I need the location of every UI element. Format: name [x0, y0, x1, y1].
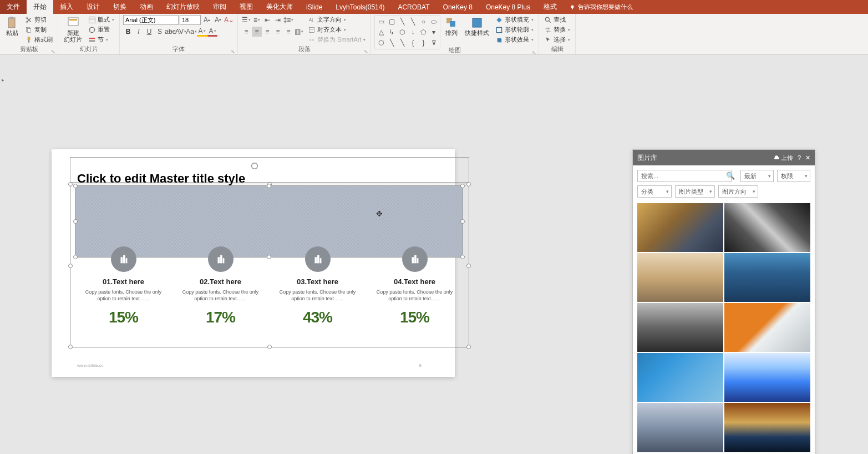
imgtype-dropdown[interactable]: 图片类型 — [675, 185, 715, 198]
numbering-button[interactable]: ≡▾ — [252, 15, 262, 25]
font-size-select[interactable] — [180, 15, 201, 25]
tab-view[interactable]: 视图 — [233, 0, 260, 14]
paste-button[interactable]: 粘贴 — [3, 15, 21, 37]
arrange-button[interactable]: 排列 — [443, 15, 460, 37]
spacing-button[interactable]: AV▾ — [176, 27, 186, 37]
layout-button[interactable]: 版式▾ — [87, 15, 116, 24]
increase-font-button[interactable]: A▴ — [202, 15, 212, 25]
bold-button[interactable]: B — [123, 27, 133, 37]
shape-rect2-icon[interactable]: ▢ — [387, 17, 397, 27]
handle-tr[interactable] — [466, 182, 471, 186]
tab-onekey8[interactable]: OneKey 8 — [436, 0, 479, 14]
decrease-font-button[interactable]: A▾ — [213, 15, 223, 25]
section-button[interactable]: 节▾ — [87, 35, 116, 44]
reset-button[interactable]: 重置 — [87, 25, 116, 34]
upload-button[interactable]: 上传 — [773, 154, 793, 162]
tab-slideshow[interactable]: 幻灯片放映 — [160, 0, 206, 14]
align-left-button[interactable]: ≡ — [241, 27, 251, 37]
stat-column-2[interactable]: 02.Text here Copy paste fonts. Choose th… — [175, 246, 266, 326]
orientation-dropdown[interactable]: 图片方向 — [718, 185, 758, 198]
strikethrough-button[interactable]: abc — [165, 27, 175, 37]
tab-islide[interactable]: iSlide — [300, 0, 329, 14]
shape-fill-button[interactable]: 形状填充▾ — [494, 15, 535, 24]
shapes-gallery[interactable]: ▭ ▢ ╲ ╲ ○ ⬭ △ ↳ ⬡ ↓ ⬠ ▾ ⬡ ╲ — [374, 15, 440, 49]
decrease-indent-button[interactable]: ⇤ — [262, 15, 272, 25]
shape-rect-icon[interactable]: ▭ — [376, 17, 386, 27]
tab-beautify[interactable]: 美化大师 — [260, 0, 300, 14]
license-dropdown[interactable]: 权限 — [777, 170, 810, 182]
img-handle-ml[interactable] — [73, 219, 78, 224]
handle-bc[interactable] — [267, 345, 272, 349]
copy-button[interactable]: 复制 — [23, 25, 54, 34]
tab-insert[interactable]: 插入 — [53, 0, 80, 14]
replace-button[interactable]: 替换▾ — [542, 25, 572, 34]
new-slide-button[interactable]: 新建 幻灯片 — [62, 15, 84, 44]
shadow-button[interactable]: S — [155, 27, 165, 37]
cut-button[interactable]: 剪切 — [23, 15, 54, 24]
thumbnail-7[interactable] — [637, 353, 723, 402]
shape-star-icon[interactable]: ⬠ — [418, 27, 428, 37]
distribute-button[interactable]: ≡ — [283, 27, 293, 37]
columns-button[interactable]: ▥▾ — [294, 27, 304, 37]
shape-line2-icon[interactable]: ╲ — [408, 17, 418, 27]
shape-arrow-icon[interactable]: △ — [376, 27, 386, 37]
text-direction-button[interactable]: A文字方向▾ — [306, 15, 367, 24]
thumbnail-9[interactable] — [637, 403, 723, 452]
category-dropdown[interactable]: 分类 — [637, 185, 672, 198]
clear-format-button[interactable]: A⌄ — [224, 15, 234, 25]
thumbnail-2[interactable] — [724, 203, 810, 252]
tab-acrobat[interactable]: ACROBAT — [391, 0, 436, 14]
font-name-select[interactable] — [123, 15, 179, 25]
handle-bl[interactable] — [68, 345, 73, 349]
align-right-button[interactable]: ≡ — [262, 27, 272, 37]
handle-ml[interactable] — [68, 264, 73, 268]
thumbnail-6[interactable] — [724, 303, 810, 352]
font-expand-icon[interactable]: ⤡ — [231, 49, 235, 54]
tell-me-hint[interactable]: 告诉我你想要做什么 — [569, 3, 633, 11]
select-button[interactable]: 选择▾ — [542, 35, 572, 44]
align-center-button[interactable]: ≡ — [252, 27, 262, 37]
tab-animation[interactable]: 动画 — [133, 0, 160, 14]
tab-format[interactable]: 格式 — [537, 0, 564, 14]
thumbnail-4[interactable] — [724, 253, 810, 302]
handle-br[interactable] — [466, 345, 471, 349]
tab-design[interactable]: 设计 — [80, 0, 106, 14]
shape-line-icon[interactable]: ╲ — [397, 17, 407, 27]
tab-home[interactable]: 开始 — [27, 0, 53, 14]
thumbnail-5[interactable] — [637, 303, 723, 352]
italic-button[interactable]: I — [134, 27, 144, 37]
paragraph-expand-icon[interactable]: ⤡ — [364, 49, 368, 54]
shape-arrow3-icon[interactable]: ⬡ — [397, 27, 407, 37]
search-input[interactable] — [637, 170, 732, 182]
tab-file[interactable]: 文件 — [0, 0, 27, 14]
thumbnail-3[interactable] — [637, 253, 723, 302]
slide-canvas[interactable]: Click to edit Master title style ✥ — [52, 149, 455, 377]
highlight-button[interactable]: A▾ — [197, 27, 207, 37]
format-painter-button[interactable]: 格式刷 — [23, 35, 54, 44]
thumbnail-10[interactable] — [724, 403, 810, 452]
img-handle-tl[interactable] — [73, 184, 78, 188]
find-button[interactable]: 查找 — [542, 15, 572, 24]
thumbnail-8[interactable] — [724, 353, 810, 402]
thumbnail-1[interactable] — [637, 203, 723, 252]
tab-transition[interactable]: 切换 — [106, 0, 133, 14]
clipboard-expand-icon[interactable]: ⤡ — [51, 49, 55, 54]
shape-effects-button[interactable]: 形状效果▾ — [494, 35, 535, 44]
stat-column-4[interactable]: 04.Text here Copy paste fonts. Choose th… — [369, 246, 460, 326]
justify-button[interactable]: ≡ — [273, 27, 283, 37]
close-panel-button[interactable]: ✕ — [805, 154, 810, 162]
shape-oval-icon[interactable]: ○ — [418, 17, 428, 27]
shape-arrow2-icon[interactable]: ↳ — [387, 27, 397, 37]
shape-oval2-icon[interactable]: ⬭ — [429, 17, 439, 27]
img-handle-tr[interactable] — [460, 184, 465, 188]
underline-button[interactable]: U — [144, 27, 154, 37]
shape-more-icon[interactable]: ▾ — [429, 27, 439, 37]
handle-tl[interactable] — [68, 182, 73, 186]
tab-review[interactable]: 审阅 — [206, 0, 233, 14]
font-color-button[interactable]: A▾ — [207, 27, 217, 37]
shape-arrow4-icon[interactable]: ↓ — [408, 27, 418, 37]
sort-dropdown[interactable]: 最新 — [740, 170, 774, 182]
search-icon[interactable]: 🔍 — [726, 171, 735, 180]
align-text-button[interactable]: 对齐文本▾ — [306, 25, 367, 34]
change-case-button[interactable]: Aa▾ — [186, 27, 196, 37]
